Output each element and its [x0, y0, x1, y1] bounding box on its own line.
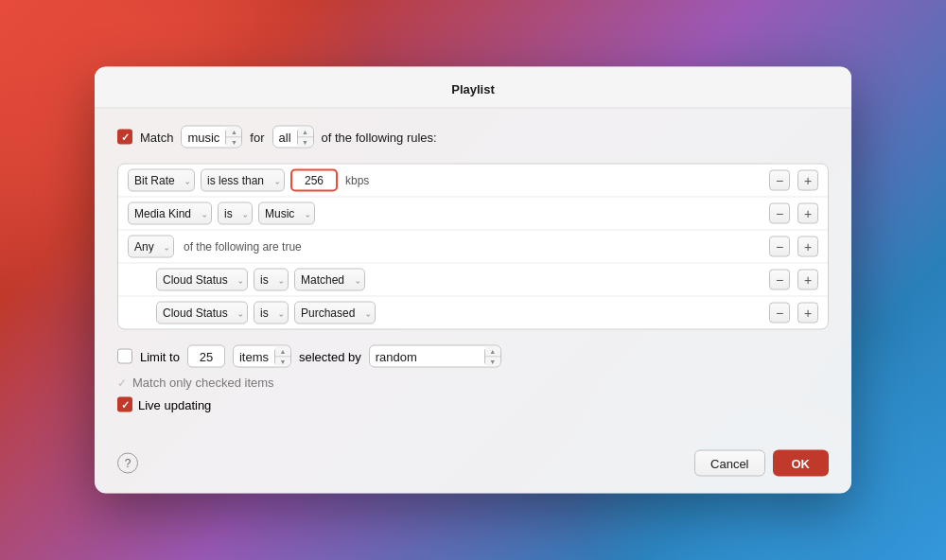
- bitrate-op-select[interactable]: is less than: [201, 169, 285, 192]
- bitrate-plus-btn[interactable]: +: [797, 170, 818, 191]
- matched-op-select[interactable]: is: [254, 269, 289, 291]
- purchased-field-select[interactable]: Cloud Status: [156, 302, 248, 324]
- rules-container: Bit Rate is less than kbps − + M: [117, 164, 829, 330]
- limit-checkbox[interactable]: [117, 349, 132, 364]
- match-checkbox[interactable]: ✓: [117, 130, 132, 145]
- items-label: items: [234, 349, 275, 363]
- mediakind-minus-btn[interactable]: −: [769, 203, 790, 224]
- random-value: random: [370, 349, 485, 363]
- mediakind-value-select[interactable]: Music: [258, 202, 315, 225]
- bitrate-field-select[interactable]: Bit Rate: [128, 169, 195, 192]
- all-any-select[interactable]: all ▲ ▼: [272, 126, 314, 149]
- match-checked-label: Match only checked items: [132, 376, 274, 390]
- random-down[interactable]: ▼: [485, 357, 500, 367]
- bitrate-field-wrapper[interactable]: Bit Rate: [128, 169, 195, 192]
- live-updating-check: ✓: [121, 398, 130, 411]
- purchased-field-wrapper[interactable]: Cloud Status: [156, 302, 248, 324]
- any-field-wrapper[interactable]: Any: [128, 236, 174, 258]
- matched-op-wrapper[interactable]: is: [254, 269, 289, 291]
- all-any-value: all: [273, 130, 298, 144]
- rule-row-matched: Cloud Status is Matched − +: [118, 264, 828, 297]
- matched-value-select[interactable]: Matched: [294, 269, 365, 291]
- live-updating-checkbox[interactable]: ✓: [117, 397, 132, 412]
- help-icon: ?: [125, 457, 131, 470]
- bottom-section: Limit to items ▲ ▼ selected by random ▲ …: [117, 345, 829, 412]
- limit-value-input[interactable]: [187, 345, 225, 368]
- random-arrows[interactable]: ▲ ▼: [485, 346, 500, 367]
- help-button[interactable]: ?: [117, 453, 138, 474]
- limit-label: Limit to: [140, 349, 180, 363]
- of-following-label: of the following rules:: [322, 130, 437, 144]
- matched-minus-btn[interactable]: −: [769, 270, 790, 290]
- items-stepper-select[interactable]: items ▲ ▼: [233, 345, 291, 368]
- all-any-up[interactable]: ▲: [298, 127, 313, 138]
- dialog-title: Playlist: [95, 67, 851, 109]
- bitrate-value-input[interactable]: [290, 169, 338, 192]
- any-plus-btn[interactable]: +: [797, 236, 818, 257]
- selected-by-label: selected by: [299, 349, 361, 363]
- all-any-arrows[interactable]: ▲ ▼: [298, 127, 313, 148]
- random-select[interactable]: random ▲ ▼: [369, 345, 501, 368]
- items-arrows[interactable]: ▲ ▼: [275, 346, 290, 367]
- purchased-value-wrapper[interactable]: Purchased: [294, 302, 376, 324]
- cancel-button[interactable]: Cancel: [694, 450, 764, 477]
- music-type-down[interactable]: ▼: [226, 137, 241, 148]
- rule-row-purchased: Cloud Status is Purchased − +: [118, 297, 828, 329]
- live-updating-row: ✓ Live updating: [117, 397, 829, 412]
- match-label: Match: [140, 130, 173, 144]
- bitrate-unit: kbps: [345, 174, 369, 187]
- matched-value-wrapper[interactable]: Matched: [294, 269, 365, 291]
- any-field-select[interactable]: Any: [128, 236, 174, 258]
- rule-row-mediakind: Media Kind is Music − +: [118, 198, 828, 231]
- purchased-value-select[interactable]: Purchased: [294, 302, 376, 324]
- limit-row: Limit to items ▲ ▼ selected by random ▲ …: [117, 345, 829, 368]
- purchased-plus-btn[interactable]: +: [797, 303, 818, 324]
- any-minus-btn[interactable]: −: [769, 236, 790, 257]
- all-any-down[interactable]: ▼: [298, 137, 313, 148]
- for-label: for: [250, 130, 264, 144]
- match-row: ✓ Match music ▲ ▼ for all ▲ ▼ of the fol…: [117, 126, 829, 149]
- dialog-body: ✓ Match music ▲ ▼ for all ▲ ▼ of the fol…: [95, 109, 851, 450]
- purchased-op-select[interactable]: is: [254, 302, 289, 324]
- mediakind-value-wrapper[interactable]: Music: [258, 202, 315, 225]
- rule-row-bitrate: Bit Rate is less than kbps − +: [118, 165, 828, 198]
- playlist-dialog: Playlist ✓ Match music ▲ ▼ for all ▲ ▼: [95, 67, 851, 494]
- ok-button[interactable]: OK: [773, 450, 830, 477]
- music-type-up[interactable]: ▲: [226, 127, 241, 138]
- live-updating-label: Live updating: [138, 397, 211, 411]
- bitrate-minus-btn[interactable]: −: [769, 170, 790, 191]
- random-up[interactable]: ▲: [485, 346, 500, 358]
- items-down[interactable]: ▼: [275, 357, 290, 367]
- purchased-minus-btn[interactable]: −: [769, 303, 790, 324]
- dialog-footer: ? Cancel OK: [95, 450, 851, 494]
- mediakind-field-wrapper[interactable]: Media Kind: [128, 202, 212, 225]
- match-checked-checkmark: ✓: [117, 376, 127, 389]
- rule-row-any: Any of the following are true − +: [118, 231, 828, 264]
- any-of-label: of the following are true: [184, 240, 302, 254]
- music-type-select[interactable]: music ▲ ▼: [181, 126, 242, 149]
- matched-plus-btn[interactable]: +: [797, 270, 818, 290]
- mediakind-op-select[interactable]: is: [218, 202, 253, 225]
- music-type-arrows[interactable]: ▲ ▼: [226, 127, 241, 148]
- match-checkbox-check: ✓: [121, 131, 130, 143]
- matched-field-select[interactable]: Cloud Status: [156, 269, 248, 291]
- mediakind-plus-btn[interactable]: +: [797, 203, 818, 224]
- music-type-value: music: [182, 130, 226, 144]
- mediakind-field-select[interactable]: Media Kind: [128, 202, 212, 225]
- mediakind-op-wrapper[interactable]: is: [218, 202, 253, 225]
- items-up[interactable]: ▲: [275, 346, 290, 358]
- purchased-op-wrapper[interactable]: is: [254, 302, 289, 324]
- bitrate-op-wrapper[interactable]: is less than: [201, 169, 285, 192]
- matched-field-wrapper[interactable]: Cloud Status: [156, 269, 248, 291]
- match-checked-row: ✓ Match only checked items: [117, 376, 829, 390]
